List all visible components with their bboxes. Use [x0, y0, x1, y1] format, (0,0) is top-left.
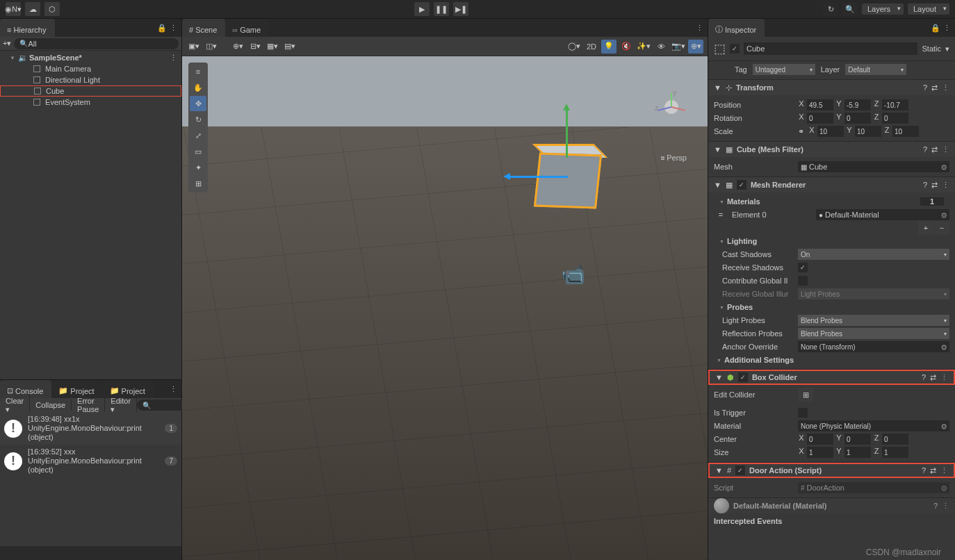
istrigger-checkbox[interactable] — [798, 408, 808, 418]
grid-toggle[interactable]: ▦▾ — [265, 40, 280, 53]
search-icon[interactable]: 🔍 — [842, 2, 858, 16]
hierarchy-item-camera[interactable]: Main Camera — [0, 63, 181, 74]
menu-icon[interactable]: ⋮ — [170, 385, 177, 394]
y-axis-handle[interactable] — [566, 109, 568, 158]
pos-y[interactable] — [844, 99, 871, 110]
transform-header[interactable]: ▼⊹Transform?⇄⋮ — [708, 80, 955, 95]
rot-z[interactable] — [882, 113, 908, 124]
undo-history-icon[interactable]: ↻ — [823, 2, 838, 16]
intercepted-events-header[interactable]: Intercepted Events — [708, 513, 955, 529]
shading-mode[interactable]: ▣▾ — [186, 40, 202, 53]
size-x[interactable] — [807, 447, 833, 458]
additional-section[interactable]: Additional Settings — [711, 354, 949, 366]
lighting-toggle[interactable]: 💡 — [601, 40, 617, 53]
selected-cube[interactable] — [537, 154, 599, 208]
defaultmaterial-header[interactable]: Default-Material (Material)?⋮ — [708, 498, 955, 513]
increment-snap[interactable]: ▤▾ — [282, 40, 297, 53]
pivot-toggle[interactable]: ⊕▾ — [230, 40, 245, 53]
receiveshadows-checkbox[interactable]: ✓ — [798, 263, 808, 272]
scale-y[interactable] — [855, 126, 881, 137]
remove-material[interactable]: − — [934, 221, 949, 235]
console-row[interactable]: ! [16:39:52] xxxUnityEngine.MonoBehaviou… — [0, 445, 181, 477]
menu-icon[interactable]: ⋮ — [943, 24, 951, 33]
contributegi-checkbox[interactable] — [798, 276, 808, 286]
anchor-field[interactable]: None (Transform) — [798, 341, 949, 352]
hierarchy-item-light[interactable]: Directional Light — [0, 74, 181, 85]
boxcollider-header[interactable]: ▼⬢✓Box Collider?⇄⋮ — [708, 370, 955, 385]
grip-handle[interactable]: ≡ — [190, 64, 206, 79]
create-button[interactable]: +▾ — [3, 39, 11, 48]
lighting-section[interactable]: Lighting — [714, 235, 949, 247]
meshrenderer-header[interactable]: ▼▦✓Mesh Renderer?⇄⋮ — [708, 177, 955, 192]
tab-game[interactable]: ∞ Game — [225, 19, 269, 37]
name-field[interactable] — [744, 42, 917, 55]
rot-y[interactable] — [844, 113, 871, 124]
visibility-toggle[interactable]: 👁 — [653, 40, 669, 53]
center-z[interactable] — [882, 434, 908, 445]
gizmos-toggle[interactable]: ⊕▾ — [688, 40, 703, 53]
layer-dropdown[interactable]: Default — [845, 64, 906, 75]
tag-dropdown[interactable]: Untagged — [753, 64, 815, 75]
move-tool[interactable]: ✥ — [190, 96, 206, 111]
center-y[interactable] — [844, 434, 871, 445]
static-dropdown[interactable]: ▾ — [945, 44, 949, 53]
meshfilter-header[interactable]: ▼▦Cube (Mesh Filter)?⇄⋮ — [708, 142, 955, 157]
menu-icon[interactable]: ⋮ — [170, 24, 177, 33]
reflectionprobes-dropdown[interactable]: Blend Probes — [798, 328, 949, 339]
dooraction-header[interactable]: ▼#✓Door Action (Script)?⇄⋮ — [708, 463, 955, 478]
hierarchy-search[interactable]: 🔍 All — [14, 38, 179, 49]
tab-hierarchy[interactable]: ≡ Hierarchy — [0, 19, 55, 37]
tab-scene[interactable]: # Scene — [182, 19, 225, 37]
lock-icon[interactable]: 🔒 — [931, 24, 940, 33]
snap-toggle[interactable]: ⊟▾ — [247, 40, 263, 53]
add-material[interactable]: + — [918, 221, 933, 235]
console-collapse[interactable]: Collapse — [30, 400, 72, 411]
mesh-field[interactable]: ▦ Cube — [798, 161, 949, 172]
physmat-field[interactable]: None (Physic Material) — [798, 420, 949, 431]
step-button[interactable]: ▶❚ — [453, 2, 468, 16]
camera-settings[interactable]: 📷▾ — [671, 40, 686, 53]
tab-inspector[interactable]: ⓘ Inspector — [708, 19, 765, 37]
scale-x[interactable] — [817, 126, 844, 137]
size-y[interactable] — [844, 447, 871, 458]
pause-button[interactable]: ❚❚ — [434, 2, 449, 16]
orientation-gizmo[interactable]: yz — [651, 90, 692, 124]
custom-tool[interactable]: ⊞ — [190, 176, 206, 191]
enabled-checkbox[interactable]: ✓ — [730, 44, 740, 53]
package-icon[interactable]: ⬡ — [44, 2, 60, 16]
rect-tool[interactable]: ▭ — [190, 144, 206, 159]
scene-row[interactable]: ▼🔉 SampleScene*⋮ — [0, 52, 181, 63]
lightprobes-dropdown[interactable]: Blend Probes — [798, 315, 949, 326]
center-x[interactable] — [807, 434, 833, 445]
scene-viewport[interactable]: ≡ ✋ ✥ ↻ ⤢ ▭ ✦ ⊞ 📹 yz ≡ Persp — [182, 56, 708, 560]
element0-field[interactable]: ● Default-Material — [816, 209, 949, 220]
2d-toggle[interactable]: 2D — [584, 40, 599, 53]
cloud-icon[interactable]: ☁ — [25, 2, 40, 16]
layers-dropdown[interactable]: Layers — [862, 3, 904, 15]
constrain-icon[interactable]: ⚭ — [798, 127, 804, 136]
pos-x[interactable] — [807, 99, 833, 110]
rotate-tool[interactable]: ↻ — [190, 112, 206, 127]
size-z[interactable] — [882, 447, 908, 458]
transform-tool[interactable]: ✦ — [190, 160, 206, 175]
boxcollider-enabled[interactable]: ✓ — [738, 372, 748, 382]
play-button[interactable]: ▶ — [414, 2, 430, 16]
probes-section[interactable]: Probes — [714, 301, 949, 313]
audio-toggle[interactable]: 🔇 — [619, 40, 634, 53]
draw-mode[interactable]: ◫▾ — [204, 40, 219, 53]
materials-label[interactable]: Materials1 — [714, 195, 949, 208]
menu-icon[interactable]: ⋮ — [696, 24, 703, 33]
scale-z[interactable] — [892, 126, 919, 137]
console-row[interactable]: ! [16:39:48] xx1xUnityEngine.MonoBehavio… — [0, 412, 181, 445]
hand-tool[interactable]: ✋ — [190, 80, 206, 95]
pos-z[interactable] — [882, 99, 908, 110]
editcollider-button[interactable]: ⊞ — [798, 388, 813, 402]
rot-x[interactable] — [807, 113, 833, 124]
scale-tool[interactable]: ⤢ — [190, 128, 206, 143]
lock-icon[interactable]: 🔒 — [157, 24, 167, 33]
account-button[interactable]: ◉ N ▾ — [6, 2, 21, 16]
castshadows-dropdown[interactable]: On — [798, 249, 949, 260]
meshrenderer-enabled[interactable]: ✓ — [737, 180, 746, 190]
hierarchy-item-cube[interactable]: Cube — [0, 85, 181, 97]
x-axis-handle[interactable] — [509, 176, 568, 178]
